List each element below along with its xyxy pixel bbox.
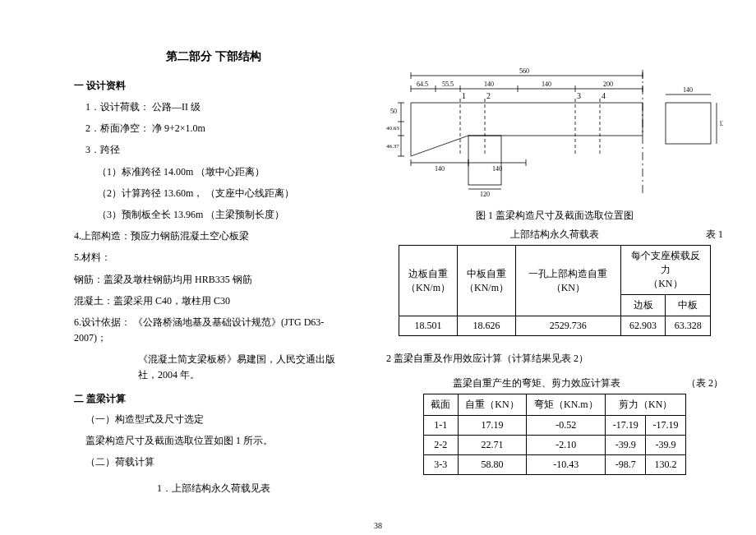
svg-text:2: 2 — [486, 91, 491, 100]
t2-h3: 弯矩（KN.m） — [527, 394, 606, 416]
item-1-2: 2．桥面净空： 净 9+2×1.0m — [74, 121, 353, 136]
t1-r2c4a: 62.903 — [620, 316, 666, 336]
section-2-heading: 二 盖梁计算 — [74, 392, 353, 406]
item-2-2: （二）荷载计算 — [74, 454, 353, 470]
svg-text:140: 140 — [435, 165, 445, 173]
item-1-3b: （2）计算跨径 13.60m， （支座中心线距离） — [74, 186, 353, 201]
item-1-5: 5.材料： — [74, 250, 353, 265]
t1-h1: 边板自重（KN/m） — [399, 246, 458, 316]
document-title: 第二部分 下部结构 — [74, 49, 353, 64]
svg-text:4: 4 — [602, 91, 606, 100]
table-row: 1-1 17.19 -0.52 -17.19 -17.19 — [424, 416, 686, 436]
right-column: 560 64.5 55.5 140 140 200 1 — [386, 49, 723, 499]
svg-text:55.5: 55.5 — [442, 81, 454, 88]
table-1-title: 上部结构永久荷载表 — [510, 228, 599, 240]
page-number: 38 — [0, 521, 756, 530]
svg-text:120: 120 — [719, 120, 723, 127]
svg-text:120: 120 — [480, 191, 490, 197]
svg-rect-42 — [666, 103, 711, 144]
t1-r1c2: 18.626 — [458, 316, 516, 336]
item-2-1a: 盖梁构造尺寸及截面选取位置如图 1 所示。 — [74, 433, 353, 449]
svg-text:140: 140 — [542, 81, 551, 88]
figure-1-caption: 图 1 盖梁构造尺寸及截面选取位置图 — [386, 209, 723, 223]
svg-text:140: 140 — [484, 81, 494, 88]
svg-rect-39 — [468, 136, 501, 185]
item-1-3c: （3）预制板全长 13.96m （主梁预制长度） — [74, 207, 353, 223]
svg-text:560: 560 — [519, 67, 529, 75]
t1-r1c3: 2529.736 — [516, 316, 621, 336]
item-1-4: 4.上部构造：预应力钢筋混凝土空心板梁 — [74, 228, 353, 244]
t1-h2: 中板自重（KN/m） — [458, 246, 516, 316]
table-2-label: （表 2） — [686, 376, 723, 390]
beam-diagram: 560 64.5 55.5 140 140 200 1 — [386, 66, 723, 201]
t1-h4a: 边板 — [620, 295, 666, 316]
item-2-1: （一）构造型式及尺寸选定 — [74, 412, 353, 427]
t1-h3: 一孔上部构造自重（KN） — [516, 246, 621, 316]
table-1-caption: 上部结构永久荷载表 表 1 — [386, 228, 723, 242]
item-1-5b: 混凝土：盖梁采用 C40，墩柱用 C30 — [74, 293, 353, 309]
item-1-1: 1．设计荷载： 公路—II 级 — [74, 99, 353, 115]
t2-h4: 剪力（KN） — [606, 394, 686, 416]
item-1-6b: 《混凝土简支梁板桥》易建国，人民交通出版社，2004 年。 — [74, 352, 353, 383]
left-column: 第二部分 下部结构 一 设计资料 1．设计荷载： 公路—II 级 2．桥面净空：… — [74, 49, 353, 499]
t2-h1: 截面 — [424, 394, 459, 416]
table-1-label: 表 1 — [706, 228, 723, 242]
table-2-intro: 2 盖梁自重及作用效应计算（计算结果见表 2） — [386, 351, 723, 367]
svg-text:140: 140 — [683, 86, 693, 94]
t1-h4: 每个支座横载反力（KN） — [620, 246, 710, 295]
svg-text:64.5: 64.5 — [417, 81, 428, 88]
section-1-heading: 一 设计资料 — [74, 79, 353, 93]
svg-text:1: 1 — [462, 91, 466, 100]
svg-text:40.63: 40.63 — [386, 125, 399, 131]
svg-text:46.37: 46.37 — [386, 143, 399, 150]
item-1-3: 3．跨径 — [74, 142, 353, 158]
table-2: 截面 自重（KN） 弯矩（KN.m） 剪力（KN） 1-1 17.19 -0.5… — [423, 394, 686, 475]
svg-text:140: 140 — [492, 165, 502, 173]
t1-r2c4b: 63.328 — [666, 316, 711, 336]
t1-r1c1: 18.501 — [399, 316, 458, 336]
svg-text:50: 50 — [390, 108, 397, 115]
table-2-caption: 盖梁自重产生的弯矩、剪力效应计算表 （表 2） — [386, 376, 723, 390]
t2-h2: 自重（KN） — [458, 394, 527, 416]
item-2-2a: 1．上部结构永久荷载见表 — [74, 482, 353, 496]
table-1: 边板自重（KN/m） 中板自重（KN/m） 一孔上部构造自重（KN） 每个支座横… — [399, 245, 711, 336]
item-1-3a: （1）标准跨径 14.00m （墩中心距离） — [74, 164, 353, 180]
t1-h4b: 中板 — [666, 295, 711, 316]
item-1-5a: 钢筋：盖梁及墩柱钢筋均用 HRB335 钢筋 — [74, 272, 353, 288]
table-row: 3-3 58.80 -10.43 -98.7 130.2 — [424, 455, 686, 475]
item-1-6: 6.设计依据： 《公路桥涵地基及基础设计规范》(JTG D63-2007)； — [74, 315, 353, 346]
svg-text:3: 3 — [577, 91, 581, 100]
svg-text:200: 200 — [603, 81, 613, 88]
table-row: 2-2 22.71 -2.10 -39.9 -39.9 — [424, 436, 686, 455]
